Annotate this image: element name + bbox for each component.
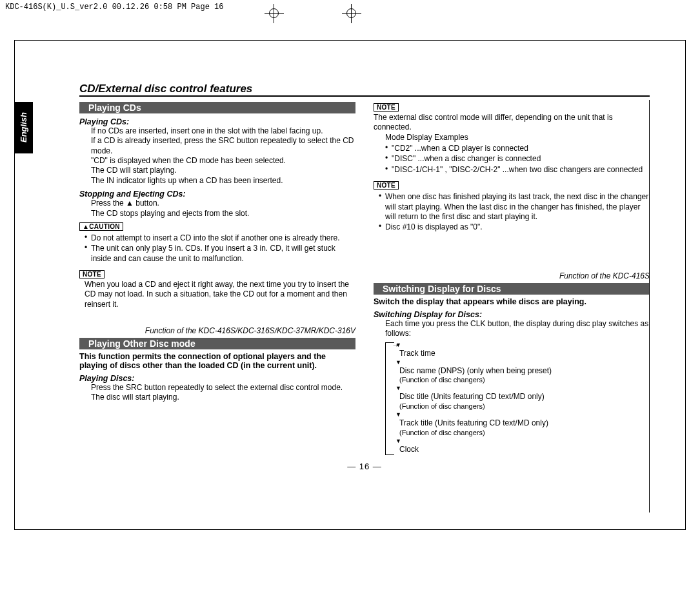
- note-label: NOTE: [79, 270, 105, 278]
- body-text: Mode Display Examples: [385, 133, 650, 142]
- content-area: CD/External disc control features Playin…: [79, 83, 650, 510]
- section-heading-other-disc: Playing Other Disc mode: [79, 338, 355, 349]
- lead-text: This function permits the connection of …: [79, 352, 355, 370]
- left-column: Playing CDs Playing CDs: If no CDs are i…: [79, 99, 355, 455]
- flow-sub: (Function of disc changers): [399, 376, 485, 384]
- flow-item: Track time: [399, 349, 650, 358]
- body-text: The CD stops playing and ejects from the…: [91, 209, 355, 219]
- caution-label: ▲CAUTION: [79, 222, 123, 231]
- note-label: NOTE: [374, 181, 399, 190]
- list-item: When one disc has finished playing its l…: [379, 192, 650, 222]
- flow-item: Clock: [399, 445, 650, 454]
- flow-main: Disc title (Units featuring CD text/MD o…: [399, 392, 545, 401]
- page-frame: English CD/External disc control feature…: [14, 40, 686, 530]
- flow-sub: (Function of disc changers): [399, 402, 485, 410]
- registration-mark-icon: [342, 4, 361, 23]
- body-text: When you load a CD and eject it right aw…: [85, 280, 355, 309]
- body-text: The IN indicator lights up when a CD has…: [91, 176, 355, 186]
- right-column: NOTE The external disc control mode will…: [374, 99, 650, 455]
- list-item: The unit can only play 5 in. CDs. If you…: [85, 244, 355, 264]
- flow-loop-rail: ➝: [385, 342, 394, 455]
- subhead-playing-discs: Playing Discs:: [79, 374, 355, 383]
- function-models: Function of the KDC-416S: [374, 271, 650, 280]
- body-text: Press the ▲ button.: [91, 199, 355, 208]
- body-text: Each time you press the CLK button, the …: [385, 319, 650, 339]
- lead-text: Switch the display that appears while di…: [374, 297, 650, 306]
- header-stamp: KDC-416S(K)_U.S_ver2.0 00.12.26 0:58 PM …: [5, 3, 223, 12]
- function-models: Function of the KDC-416S/KDC-316S/KDC-37…: [79, 326, 355, 335]
- subhead-switch-display: Switching Display for Discs:: [374, 310, 650, 319]
- flow-sub: (Function of disc changers): [399, 429, 485, 436]
- subhead-playing-cds: Playing CDs:: [79, 117, 355, 126]
- body-text: If no CDs are inserted, insert one in th…: [91, 126, 355, 136]
- registration-marks-top: [265, 4, 361, 23]
- section-heading-switch-display: Switching Display for Discs: [374, 283, 650, 295]
- note-label: NOTE: [374, 103, 399, 112]
- flow-item: Track title (Units featuring CD text/MD …: [399, 418, 650, 437]
- flow-main: Track time: [399, 349, 435, 358]
- page-title: CD/External disc control features: [79, 83, 650, 97]
- language-tab: English: [15, 102, 33, 153]
- section-heading-playing-cds: Playing CDs: [79, 102, 355, 113]
- subhead-stop-eject: Stopping and Ejecting CDs:: [79, 190, 355, 199]
- list-item: Disc #10 is displayed as "0".: [379, 222, 650, 232]
- flow-main: Disc name (DNPS) (only when being preset…: [399, 366, 552, 375]
- down-arrow-icon: ▼: [395, 360, 650, 366]
- flow-main: Clock: [399, 445, 419, 454]
- display-flow: ➝ ▼ Track time ▼ Disc name (DNPS) (only …: [385, 342, 650, 455]
- arrow-icon: ➝: [393, 342, 398, 349]
- flow-list: ▼ Track time ▼ Disc name (DNPS) (only wh…: [399, 342, 650, 455]
- registration-mark-icon: [265, 4, 284, 23]
- flow-item: Disc title (Units featuring CD text/MD o…: [399, 392, 650, 411]
- down-arrow-icon: ▼: [395, 386, 650, 391]
- body-text: The CD will start playing.: [91, 166, 355, 175]
- page-number: — 16 —: [79, 462, 650, 471]
- caution-list: Do not attempt to insert a CD into the s…: [85, 233, 355, 264]
- right-margin-rule: [649, 100, 650, 512]
- flow-main: Track title (Units featuring CD text/MD …: [399, 418, 548, 427]
- flow-item: Disc name (DNPS) (only when being preset…: [399, 366, 650, 385]
- body-text: Press the SRC button repeatedly to selec…: [91, 383, 355, 393]
- body-text: "CD" is displayed when the CD mode has b…: [91, 156, 355, 166]
- list-item: "CD2" ...when a CD player is connected: [385, 144, 650, 153]
- list-item: Do not attempt to insert a CD into the s…: [85, 233, 355, 243]
- list-item: "DISC" ...when a disc changer is connect…: [385, 154, 650, 164]
- body-text: If a CD is already inserted, press the S…: [91, 136, 355, 156]
- body-text: The disc will start playing.: [91, 393, 355, 402]
- list-item: "DISC-1/CH-1" , "DISC-2/CH-2" ...when tw…: [385, 165, 650, 175]
- mode-examples-list: "CD2" ...when a CD player is connected "…: [385, 144, 650, 175]
- note-list: When one disc has finished playing its l…: [379, 192, 650, 232]
- down-arrow-icon: ▼: [395, 342, 650, 348]
- down-arrow-icon: ▼: [395, 412, 650, 418]
- down-arrow-icon: ▼: [395, 438, 650, 444]
- body-text: The external disc control mode will diff…: [374, 113, 650, 133]
